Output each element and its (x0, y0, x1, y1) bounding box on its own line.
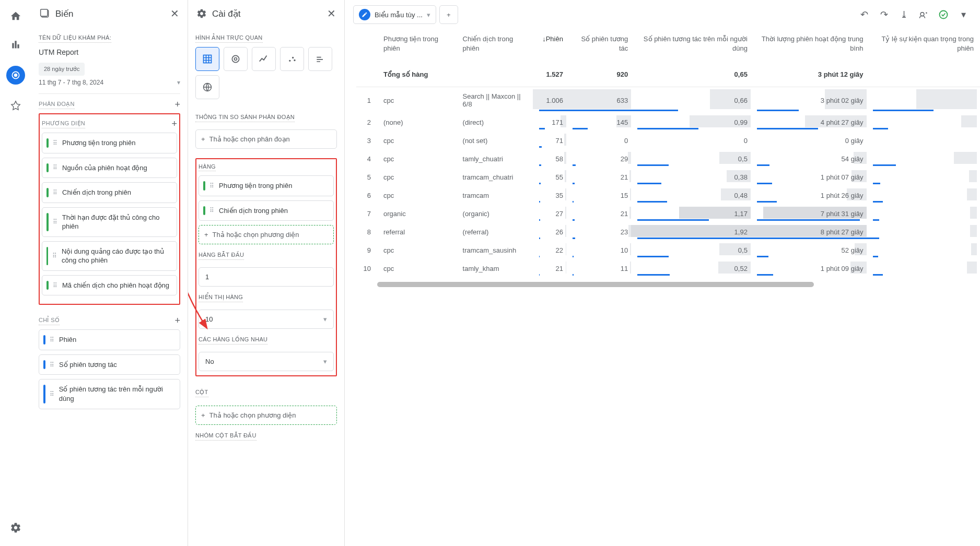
data-source-label: TÊN DỮ LIỆU KHÁM PHÁ: (39, 34, 111, 43)
viz-bar-button[interactable] (308, 47, 332, 71)
home-icon[interactable] (9, 9, 22, 23)
cols-dropzone[interactable]: +Thả hoặc chọn phương diện (195, 406, 337, 425)
column-header[interactable]: Phương tiện trong phiên (377, 29, 457, 62)
dimensions-highlight: PHƯƠNG DIỆN + ⠿Phương tiện trong phiên⠿N… (39, 113, 180, 305)
close-settings-button[interactable]: ✕ (327, 7, 336, 20)
viz-label: HÌNH ẢNH TRỰC QUAN (195, 34, 263, 43)
show-rows-label: HIỂN THỊ HÀNG (199, 294, 243, 302)
viz-line-button[interactable] (252, 47, 276, 71)
table-row[interactable]: 5cpctramcam_chuatri55210,381 phút 07 giâ… (356, 168, 980, 186)
reports-icon[interactable] (9, 38, 22, 51)
segment-dropzone[interactable]: +Thả hoặc chọn phân đoạn (195, 129, 337, 149)
drag-handle-icon: ⠿ (50, 361, 55, 369)
table-row[interactable]: 1cpcSearch || Maxcon || 6/81.0066330,663… (356, 87, 980, 114)
column-header[interactable]: ↓Phiên (536, 29, 569, 62)
add-segment-button[interactable]: + (174, 99, 180, 110)
close-variables-button[interactable]: ✕ (170, 7, 179, 20)
ads-icon[interactable] (9, 99, 22, 113)
metric-chip[interactable]: ⠿Số phiên tương tác (39, 354, 180, 375)
settings-title: Cài đặt (212, 8, 327, 19)
download-button[interactable]: ⤓ (895, 6, 912, 23)
dimension-chip[interactable]: ⠿Nguồn của phiên hoạt động (42, 158, 177, 179)
svg-point-9 (294, 60, 295, 61)
drag-handle-icon: ⠿ (209, 207, 215, 214)
table-row[interactable]: 4cpctamly_chuatri58290,554 giây (356, 150, 980, 168)
rows-highlight: HÀNG ⠿Phương tiện trong phiên⠿Chiến dịch… (195, 158, 337, 376)
metric-chip[interactable]: ⠿Số phiên tương tác trên mỗi người dùng (39, 379, 180, 409)
rows-dropzone[interactable]: +Thả hoặc chọn phương diện (199, 225, 334, 244)
undo-button[interactable]: ↶ (856, 6, 872, 23)
table-row[interactable]: 6cpctramcam35150,481 phút 26 giây (356, 186, 980, 205)
table-row[interactable]: 7organic(organic)27211,177 phút 31 giây (356, 205, 980, 223)
variables-panel: Biến ✕ TÊN DỮ LIỆU KHÁM PHÁ: UTM Report … (31, 0, 188, 546)
nested-rows-select[interactable]: No▾ (199, 352, 334, 371)
add-tab-button[interactable]: + (439, 5, 458, 24)
variables-title: Biến (55, 8, 170, 19)
table-row[interactable]: 2(none)(direct)1711450,994 phút 27 giây (356, 113, 980, 132)
start-row-input[interactable]: 1 (199, 267, 334, 287)
horizontal-scrollbar[interactable] (377, 282, 814, 287)
edit-icon (359, 9, 370, 20)
drag-handle-icon: ⠿ (53, 139, 58, 147)
row-chip[interactable]: ⠿Phương tiện trong phiên (199, 175, 334, 196)
viz-geo-button[interactable] (195, 75, 219, 99)
drag-handle-icon: ⠿ (50, 336, 55, 343)
svg-point-1 (15, 74, 17, 77)
insights-button[interactable] (935, 6, 952, 23)
svg-point-8 (292, 57, 294, 58)
column-header[interactable]: Tỷ lệ sự kiện quan trọng trong phiên (870, 29, 980, 62)
dimension-chip[interactable]: ⠿Mã chiến dịch cho phiên hoạt động (42, 275, 177, 296)
gear-icon (196, 8, 207, 19)
table-row[interactable]: 8referral(referral)26231,928 phút 27 giâ… (356, 223, 980, 241)
table-row[interactable]: 3cpc(not set)71000 giây (356, 132, 980, 150)
svg-point-5 (232, 55, 239, 62)
tab-freeform[interactable]: Biểu mẫu tùy ... ▾ (353, 5, 436, 24)
date-range-picker[interactable]: 11 thg 7 - 7 thg 8, 2024▾ (39, 76, 180, 94)
viz-donut-button[interactable] (224, 47, 248, 71)
explore-icon[interactable] (6, 66, 25, 85)
column-header[interactable]: Thời lượng phiên hoạt động trung bình (754, 29, 870, 62)
add-dimension-button[interactable]: + (171, 118, 177, 129)
variables-icon (40, 8, 50, 19)
chevron-down-icon[interactable]: ▾ (955, 6, 972, 23)
table-row[interactable]: 10cpctamly_kham21110,521 phút 09 giây (356, 259, 980, 278)
drag-handle-icon: ⠿ (53, 218, 58, 225)
svg-point-7 (289, 60, 290, 62)
toolbar: Biểu mẫu tùy ... ▾ + ↶ ↷ ⤓ ▾ (345, 0, 980, 29)
add-metric-button[interactable]: + (174, 315, 180, 326)
data-table[interactable]: Phương tiện trong phiênChiến dịch trong … (345, 29, 980, 546)
column-header[interactable]: Số phiên tương tác (569, 29, 634, 62)
nested-rows-label: CÁC HÀNG LỒNG NHAU (199, 336, 267, 345)
totals-label: Tổng số hàng (377, 62, 457, 87)
viz-table-button[interactable] (195, 47, 219, 71)
chevron-down-icon: ▾ (177, 79, 180, 86)
metric-chip[interactable]: ⠿Phiên (39, 329, 180, 350)
totals-row: Tổng số hàng1.5279200,653 phút 12 giây (356, 62, 980, 87)
table-row[interactable]: 9cpctramcam_sausinh22100,552 giây (356, 241, 980, 259)
share-button[interactable] (915, 6, 932, 23)
show-rows-select[interactable]: 10▾ (199, 310, 334, 329)
redo-button[interactable]: ↷ (876, 6, 892, 23)
column-header[interactable]: Chiến dịch trong phiên (457, 29, 536, 62)
dimension-chip[interactable]: ⠿Chiến dịch trong phiên (42, 182, 177, 203)
start-row-label: HÀNG BẮT ĐẦU (199, 252, 244, 260)
metrics-section-label: CHỈ SỐ (39, 317, 60, 325)
dimension-chip[interactable]: ⠿Phương tiện trong phiên (42, 133, 177, 153)
svg-rect-3 (41, 9, 48, 16)
column-header[interactable]: Số phiên tương tác trên mỗi người dùng (634, 29, 754, 62)
drag-handle-icon: ⠿ (53, 164, 58, 171)
segment-compare-label: THÔNG TIN SO SÁNH PHÂN ĐOẠN (195, 114, 295, 122)
col-group-label: NHÓM CỘT BẮT ĐẦU (195, 432, 256, 441)
chevron-down-icon: ▾ (323, 315, 327, 323)
dimension-chip[interactable]: ⠿Nội dung quảng cáo được tạo thủ công ch… (42, 241, 177, 271)
settings-icon[interactable] (9, 521, 22, 535)
date-preset-chip[interactable]: 28 ngày trước (39, 63, 85, 76)
settings-panel: Cài đặt ✕ HÌNH ẢNH TRỰC QUAN THÔNG TIN S… (188, 0, 345, 546)
drag-handle-icon: ⠿ (52, 252, 57, 259)
dimension-chip[interactable]: ⠿Thời hạn được đặt thủ công cho phiên (42, 207, 177, 237)
viz-scatter-button[interactable] (280, 47, 304, 71)
data-source-name[interactable]: UTM Report (39, 47, 180, 57)
drag-handle-icon: ⠿ (50, 390, 55, 398)
row-chip[interactable]: ⠿Chiến dịch trong phiên (199, 200, 334, 221)
drag-handle-icon: ⠿ (53, 282, 58, 289)
